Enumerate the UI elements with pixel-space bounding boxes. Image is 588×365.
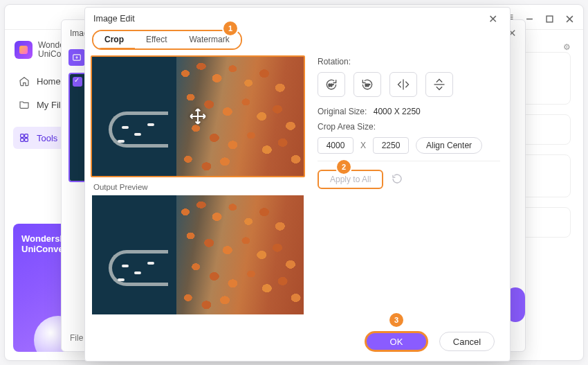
- ok-button[interactable]: OK: [365, 331, 428, 352]
- apply-to-all-button[interactable]: Apply to All: [318, 170, 383, 189]
- tab-effect[interactable]: Effect: [135, 31, 178, 48]
- step-badge-2: 2: [337, 160, 351, 174]
- reset-icon[interactable]: [392, 173, 403, 186]
- crop-preview[interactable]: [91, 55, 305, 177]
- original-size-value: 4000 X 2250: [374, 107, 421, 116]
- move-cursor-icon: [189, 107, 207, 125]
- svg-rect-4: [21, 134, 24, 138]
- crop-height-input[interactable]: [373, 137, 409, 154]
- maximize-icon[interactable]: [546, 13, 553, 21]
- svg-text:90°: 90°: [365, 83, 371, 87]
- x-separator: X: [360, 141, 366, 150]
- crop-width-input[interactable]: [318, 137, 353, 154]
- svg-rect-7: [25, 139, 28, 142]
- svg-rect-6: [21, 139, 24, 142]
- image-edit-dialog: Image Edit ✕ 1 Crop Effect Watermark: [84, 7, 511, 362]
- svg-rect-5: [25, 134, 28, 138]
- close-icon[interactable]: ✕: [484, 11, 502, 27]
- flip-horizontal-button[interactable]: [389, 72, 417, 97]
- settings-icon[interactable]: ⚙: [563, 42, 571, 52]
- cancel-button[interactable]: Cancel: [439, 332, 495, 351]
- step-badge-1: 1: [223, 21, 237, 35]
- step-badge-3: 3: [389, 313, 403, 327]
- rotation-label: Rotation:: [318, 57, 500, 66]
- output-preview-label: Output Preview: [93, 183, 302, 191]
- svg-rect-1: [546, 16, 553, 22]
- tools-icon: [19, 132, 30, 143]
- rotate-cw-button[interactable]: 90°: [318, 72, 345, 97]
- output-preview: [91, 194, 305, 316]
- brand-logo-icon: [15, 41, 33, 59]
- original-size-label: Original Size:: [318, 107, 367, 116]
- home-icon: [19, 75, 30, 87]
- svg-text:90°: 90°: [329, 83, 334, 87]
- rotate-ccw-button[interactable]: 90°: [353, 72, 381, 97]
- add-image-button[interactable]: [68, 49, 85, 66]
- crop-area-label: Crop Area Size:: [318, 122, 500, 132]
- flip-vertical-button[interactable]: [425, 72, 453, 97]
- close-icon[interactable]: [566, 13, 573, 21]
- checkbox-icon[interactable]: [73, 77, 82, 87]
- align-center-button[interactable]: Align Center: [416, 137, 482, 154]
- tab-crop[interactable]: Crop: [93, 31, 135, 49]
- sidebar-item-label: Home: [37, 76, 61, 87]
- sidebar-item-label: Tools: [37, 133, 57, 143]
- folder-icon: [19, 99, 30, 110]
- minimize-icon[interactable]: [526, 13, 533, 21]
- edit-tabs: Crop Effect Watermark: [92, 30, 242, 50]
- dialog-title: Image Edit: [93, 14, 135, 24]
